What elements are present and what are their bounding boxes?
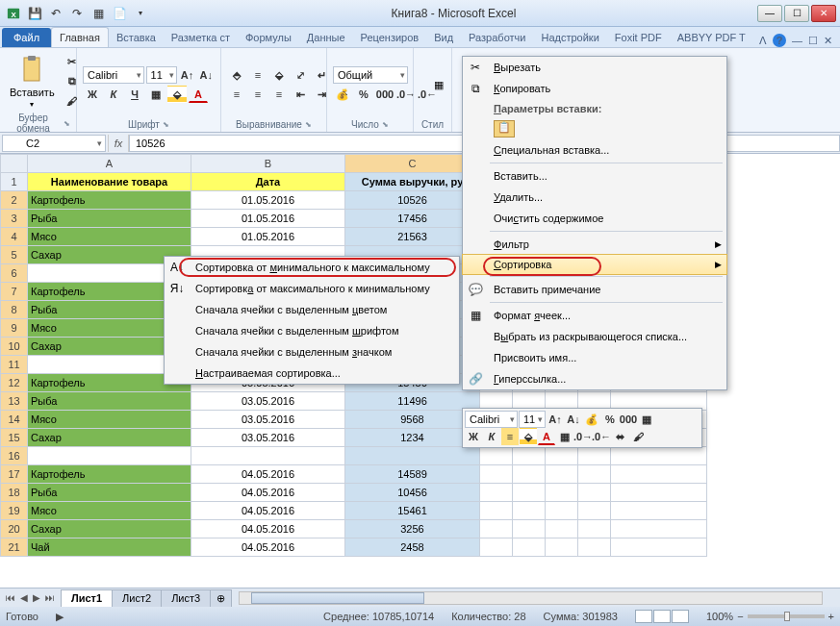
cell-A20[interactable]: Сахар [28, 520, 191, 538]
row-header-9[interactable]: 9 [1, 319, 28, 338]
mini-comma-icon[interactable]: 000 [620, 411, 637, 428]
cell-A15[interactable]: Сахар [28, 429, 191, 447]
ribbon-tab-10[interactable]: ABBYY PDF T [670, 28, 753, 47]
col-header-C[interactable]: C [345, 155, 480, 173]
cell-A17[interactable]: Картофель [28, 465, 191, 484]
cell-C2[interactable]: 10526 [345, 191, 480, 210]
ribbon-tab-0[interactable]: Главная [51, 27, 109, 47]
paste-button[interactable]: Вставить ▾ [6, 52, 59, 111]
ribbon-tab-9[interactable]: Foxit PDF [607, 28, 670, 47]
cell-F21[interactable] [546, 538, 578, 557]
cell-A16[interactable] [28, 447, 191, 465]
number-format-combo[interactable]: Общий [333, 66, 408, 84]
cell-C1[interactable]: Сумма выручки, ру [345, 173, 480, 191]
row-header-4[interactable]: 4 [1, 228, 28, 246]
cell-G18[interactable] [578, 484, 611, 502]
cell-A3[interactable]: Рыба [28, 210, 191, 228]
cell-H20[interactable] [611, 520, 707, 538]
mini-border-icon[interactable]: ▦ [556, 428, 573, 445]
cell-F19[interactable] [546, 502, 578, 520]
align-center-icon[interactable]: ≡ [248, 86, 267, 103]
mini-merge-icon[interactable]: ⬌ [611, 428, 628, 445]
scrollbar-thumb[interactable] [251, 592, 424, 604]
align-top-icon[interactable]: ⬘ [227, 66, 246, 84]
cell-C18[interactable]: 10456 [345, 484, 480, 502]
nav-next-icon[interactable]: ▶ [31, 592, 42, 603]
row-header-8[interactable]: 8 [1, 301, 28, 319]
ctx-comment[interactable]: 💬Вставить примечание [463, 279, 726, 300]
ribbon-tab-7[interactable]: Разработчи [461, 28, 533, 47]
nav-first-icon[interactable]: ⏮ [4, 592, 17, 603]
cell-C16[interactable] [345, 447, 480, 465]
cell-A19[interactable]: Мясо [28, 502, 191, 520]
sheet-tab-1[interactable]: Лист2 [112, 589, 162, 607]
cell-C20[interactable]: 3256 [345, 520, 480, 538]
cell-B4[interactable]: 01.05.2016 [191, 228, 345, 246]
cell-C15[interactable]: 1234 [345, 429, 480, 447]
row-header-5[interactable]: 5 [1, 246, 28, 264]
minimize-button[interactable]: — [757, 5, 782, 22]
ctx-insert[interactable]: Вставить... [463, 165, 726, 187]
row-header-6[interactable]: 6 [1, 264, 28, 283]
cell-E17[interactable] [513, 465, 546, 484]
cell-H16[interactable] [611, 447, 707, 465]
sort-item-1[interactable]: Я↓Сортировка от максимального к минималь… [165, 278, 459, 299]
underline-button[interactable]: Ч [125, 86, 144, 103]
cell-D18[interactable] [480, 484, 513, 502]
font-color-icon[interactable]: A [189, 86, 208, 103]
ctx-paste-option[interactable]: 📋 [463, 118, 726, 139]
cell-A14[interactable]: Мясо [28, 411, 191, 429]
italic-button[interactable]: К [104, 86, 123, 103]
mini-currency-icon[interactable]: 💰 [583, 411, 600, 428]
cell-B19[interactable]: 04.05.2016 [191, 502, 345, 520]
mini-align-center-icon[interactable]: ≡ [501, 428, 519, 445]
sheet-tab-2[interactable]: Лист3 [161, 589, 211, 607]
ctx-filter[interactable]: Фильтр▶ [463, 234, 726, 255]
ctx-format[interactable]: ▦Формат ячеек... [463, 305, 726, 326]
cell-B16[interactable] [191, 447, 345, 465]
sheet-tab-0[interactable]: Лист1 [61, 589, 113, 607]
mini-format-icon[interactable]: ▦ [638, 411, 655, 428]
align-right-icon[interactable]: ≡ [269, 86, 289, 103]
mini-size-combo[interactable]: 11 [519, 411, 546, 428]
cell-F20[interactable] [546, 520, 578, 538]
redo-icon[interactable]: ↷ [67, 4, 87, 23]
currency-icon[interactable]: 💰 [333, 86, 352, 103]
ctx-name[interactable]: Присвоить имя... [463, 347, 726, 368]
font-name-combo[interactable]: Calibri [83, 66, 144, 84]
cell-C19[interactable]: 15461 [345, 502, 480, 520]
row-header-12[interactable]: 12 [1, 374, 28, 392]
page-layout-view-icon[interactable] [653, 610, 671, 623]
row-header-16[interactable]: 16 [1, 447, 28, 465]
cell-D20[interactable] [480, 520, 513, 538]
qat-btn-4[interactable]: ▦ [89, 4, 108, 23]
dialog-launcher-icon[interactable]: ⬊ [305, 120, 312, 129]
cell-C3[interactable]: 17456 [345, 210, 480, 228]
cell-B18[interactable]: 04.05.2016 [191, 484, 345, 502]
row-header-20[interactable]: 20 [1, 520, 28, 538]
cell-E16[interactable] [513, 447, 546, 465]
cell-H21[interactable] [611, 538, 707, 557]
ctx-hyperlink[interactable]: 🔗Гиперссылка... [463, 368, 726, 389]
mini-inc-dec-icon[interactable]: .0→ [574, 428, 592, 445]
cell-F18[interactable] [546, 484, 578, 502]
zoom-slider[interactable] [748, 614, 825, 618]
cell-F16[interactable] [546, 447, 578, 465]
col-header-A[interactable]: A [28, 155, 191, 173]
ctx-clear[interactable]: Очистить содержимое [463, 208, 726, 229]
ribbon-tab-8[interactable]: Надстройки [533, 28, 606, 47]
dialog-launcher-icon[interactable]: ⬊ [163, 120, 169, 129]
zoom-in-icon[interactable]: + [828, 611, 834, 622]
cell-D19[interactable] [480, 502, 513, 520]
close-button[interactable]: ✕ [811, 5, 836, 22]
excel-icon[interactable]: X [4, 4, 23, 23]
cell-D16[interactable] [480, 447, 513, 465]
row-header-15[interactable]: 15 [1, 429, 28, 447]
percent-icon[interactable]: % [354, 86, 373, 103]
ctx-copy[interactable]: ⧉Копировать [463, 78, 726, 99]
cell-H19[interactable] [611, 502, 707, 520]
sort-item-3[interactable]: Сначала ячейки с выделенным шрифтом [165, 320, 459, 341]
new-sheet-tab[interactable]: ⊕ [210, 589, 232, 607]
row-header-2[interactable]: 2 [1, 191, 28, 210]
cell-G19[interactable] [578, 502, 611, 520]
